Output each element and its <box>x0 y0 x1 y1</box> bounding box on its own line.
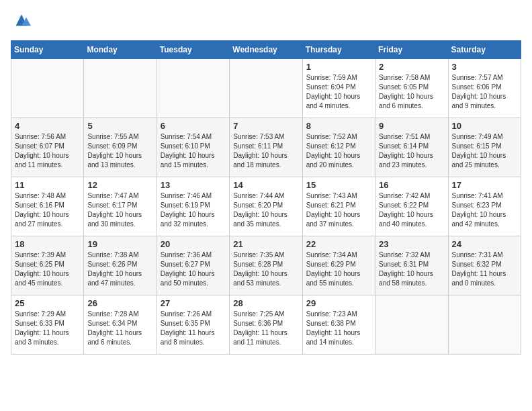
day-number: 8 <box>306 121 371 131</box>
day-info: Sunrise: 7:58 AM Sunset: 6:05 PM Dayligh… <box>379 73 444 111</box>
day-info: Sunrise: 7:59 AM Sunset: 6:04 PM Dayligh… <box>306 73 371 111</box>
week-row-1: 1Sunrise: 7:59 AM Sunset: 6:04 PM Daylig… <box>11 59 521 118</box>
day-number: 29 <box>306 298 371 308</box>
day-number: 28 <box>233 298 298 308</box>
day-info: Sunrise: 7:34 AM Sunset: 6:29 PM Dayligh… <box>306 250 371 288</box>
day-cell: 6Sunrise: 7:54 AM Sunset: 6:10 PM Daylig… <box>157 118 229 177</box>
day-info: Sunrise: 7:26 AM Sunset: 6:35 PM Dayligh… <box>161 310 226 347</box>
day-cell: 8Sunrise: 7:52 AM Sunset: 6:12 PM Daylig… <box>302 118 375 177</box>
day-cell: 21Sunrise: 7:35 AM Sunset: 6:28 PM Dayli… <box>230 236 302 295</box>
day-number: 3 <box>452 62 517 72</box>
day-info: Sunrise: 7:47 AM Sunset: 6:17 PM Dayligh… <box>87 191 152 229</box>
weekday-header-wednesday: Wednesday <box>230 41 302 59</box>
weekday-header-monday: Monday <box>84 41 157 59</box>
weekday-header-saturday: Saturday <box>448 41 521 59</box>
day-number: 7 <box>233 121 298 131</box>
logo-icon <box>12 11 31 30</box>
day-cell: 22Sunrise: 7:34 AM Sunset: 6:29 PM Dayli… <box>302 236 375 295</box>
day-info: Sunrise: 7:57 AM Sunset: 6:06 PM Dayligh… <box>452 73 517 111</box>
weekday-header-row: SundayMondayTuesdayWednesdayThursdayFrid… <box>11 41 521 59</box>
calendar-table: SundayMondayTuesdayWednesdayThursdayFrid… <box>11 40 521 355</box>
day-info: Sunrise: 7:42 AM Sunset: 6:22 PM Dayligh… <box>379 191 444 229</box>
day-info: Sunrise: 7:52 AM Sunset: 6:12 PM Dayligh… <box>306 132 371 170</box>
day-info: Sunrise: 7:39 AM Sunset: 6:25 PM Dayligh… <box>15 250 80 288</box>
page-header <box>11 11 521 32</box>
day-info: Sunrise: 7:29 AM Sunset: 6:33 PM Dayligh… <box>15 310 80 347</box>
day-number: 14 <box>233 180 298 190</box>
day-cell: 19Sunrise: 7:38 AM Sunset: 6:26 PM Dayli… <box>84 236 157 295</box>
day-cell: 11Sunrise: 7:48 AM Sunset: 6:16 PM Dayli… <box>11 177 84 236</box>
day-info: Sunrise: 7:38 AM Sunset: 6:26 PM Dayligh… <box>87 250 152 288</box>
day-info: Sunrise: 7:31 AM Sunset: 6:32 PM Dayligh… <box>452 250 517 288</box>
day-cell: 17Sunrise: 7:41 AM Sunset: 6:23 PM Dayli… <box>448 177 521 236</box>
day-cell: 28Sunrise: 7:25 AM Sunset: 6:36 PM Dayli… <box>230 295 302 355</box>
day-number: 22 <box>306 239 371 249</box>
day-number: 1 <box>306 62 371 72</box>
day-info: Sunrise: 7:51 AM Sunset: 6:14 PM Dayligh… <box>379 132 444 170</box>
day-cell: 3Sunrise: 7:57 AM Sunset: 6:06 PM Daylig… <box>448 59 521 118</box>
day-number: 12 <box>87 180 152 190</box>
day-cell: 29Sunrise: 7:23 AM Sunset: 6:38 PM Dayli… <box>302 295 375 355</box>
day-number: 5 <box>87 121 152 131</box>
day-cell <box>375 295 448 355</box>
day-cell: 14Sunrise: 7:44 AM Sunset: 6:20 PM Dayli… <box>230 177 302 236</box>
day-info: Sunrise: 7:41 AM Sunset: 6:23 PM Dayligh… <box>452 191 517 229</box>
day-info: Sunrise: 7:23 AM Sunset: 6:38 PM Dayligh… <box>306 310 371 347</box>
day-cell <box>157 59 229 118</box>
day-cell: 13Sunrise: 7:46 AM Sunset: 6:19 PM Dayli… <box>157 177 229 236</box>
weekday-header-tuesday: Tuesday <box>157 41 229 59</box>
day-number: 27 <box>161 298 226 308</box>
day-cell: 25Sunrise: 7:29 AM Sunset: 6:33 PM Dayli… <box>11 295 84 355</box>
day-number: 18 <box>15 239 80 249</box>
day-info: Sunrise: 7:54 AM Sunset: 6:10 PM Dayligh… <box>161 132 226 170</box>
day-cell: 26Sunrise: 7:28 AM Sunset: 6:34 PM Dayli… <box>84 295 157 355</box>
day-cell <box>230 59 302 118</box>
day-cell: 9Sunrise: 7:51 AM Sunset: 6:14 PM Daylig… <box>375 118 448 177</box>
day-number: 10 <box>452 121 517 131</box>
day-info: Sunrise: 7:55 AM Sunset: 6:09 PM Dayligh… <box>87 132 152 170</box>
day-info: Sunrise: 7:48 AM Sunset: 6:16 PM Dayligh… <box>15 191 80 229</box>
day-cell: 24Sunrise: 7:31 AM Sunset: 6:32 PM Dayli… <box>448 236 521 295</box>
day-cell: 15Sunrise: 7:43 AM Sunset: 6:21 PM Dayli… <box>302 177 375 236</box>
day-cell: 5Sunrise: 7:55 AM Sunset: 6:09 PM Daylig… <box>84 118 157 177</box>
day-info: Sunrise: 7:44 AM Sunset: 6:20 PM Dayligh… <box>233 191 298 229</box>
day-number: 2 <box>379 62 444 72</box>
day-cell: 20Sunrise: 7:36 AM Sunset: 6:27 PM Dayli… <box>157 236 229 295</box>
day-cell: 2Sunrise: 7:58 AM Sunset: 6:05 PM Daylig… <box>375 59 448 118</box>
day-number: 21 <box>233 239 298 249</box>
day-info: Sunrise: 7:49 AM Sunset: 6:15 PM Dayligh… <box>452 132 517 170</box>
day-number: 23 <box>379 239 444 249</box>
day-cell: 27Sunrise: 7:26 AM Sunset: 6:35 PM Dayli… <box>157 295 229 355</box>
week-row-5: 25Sunrise: 7:29 AM Sunset: 6:33 PM Dayli… <box>11 295 521 355</box>
day-number: 4 <box>15 121 80 131</box>
day-cell: 1Sunrise: 7:59 AM Sunset: 6:04 PM Daylig… <box>302 59 375 118</box>
day-info: Sunrise: 7:43 AM Sunset: 6:21 PM Dayligh… <box>306 191 371 229</box>
day-info: Sunrise: 7:32 AM Sunset: 6:31 PM Dayligh… <box>379 250 444 288</box>
day-number: 19 <box>87 239 152 249</box>
day-cell: 16Sunrise: 7:42 AM Sunset: 6:22 PM Dayli… <box>375 177 448 236</box>
day-info: Sunrise: 7:25 AM Sunset: 6:36 PM Dayligh… <box>233 310 298 347</box>
day-cell: 7Sunrise: 7:53 AM Sunset: 6:11 PM Daylig… <box>230 118 302 177</box>
weekday-header-friday: Friday <box>375 41 448 59</box>
day-cell: 12Sunrise: 7:47 AM Sunset: 6:17 PM Dayli… <box>84 177 157 236</box>
day-number: 26 <box>87 298 152 308</box>
day-number: 20 <box>161 239 226 249</box>
day-number: 25 <box>15 298 80 308</box>
day-info: Sunrise: 7:28 AM Sunset: 6:34 PM Dayligh… <box>87 310 152 347</box>
day-cell: 10Sunrise: 7:49 AM Sunset: 6:15 PM Dayli… <box>448 118 521 177</box>
day-cell <box>448 295 521 355</box>
day-number: 11 <box>15 180 80 190</box>
day-number: 6 <box>161 121 226 131</box>
day-cell: 18Sunrise: 7:39 AM Sunset: 6:25 PM Dayli… <box>11 236 84 295</box>
weekday-header-thursday: Thursday <box>302 41 375 59</box>
week-row-3: 11Sunrise: 7:48 AM Sunset: 6:16 PM Dayli… <box>11 177 521 236</box>
day-number: 9 <box>379 121 444 131</box>
day-number: 17 <box>452 180 517 190</box>
day-info: Sunrise: 7:46 AM Sunset: 6:19 PM Dayligh… <box>161 191 226 229</box>
day-info: Sunrise: 7:56 AM Sunset: 6:07 PM Dayligh… <box>15 132 80 170</box>
week-row-2: 4Sunrise: 7:56 AM Sunset: 6:07 PM Daylig… <box>11 118 521 177</box>
week-row-4: 18Sunrise: 7:39 AM Sunset: 6:25 PM Dayli… <box>11 236 521 295</box>
day-info: Sunrise: 7:35 AM Sunset: 6:28 PM Dayligh… <box>233 250 298 288</box>
day-info: Sunrise: 7:53 AM Sunset: 6:11 PM Dayligh… <box>233 132 298 170</box>
day-cell: 23Sunrise: 7:32 AM Sunset: 6:31 PM Dayli… <box>375 236 448 295</box>
